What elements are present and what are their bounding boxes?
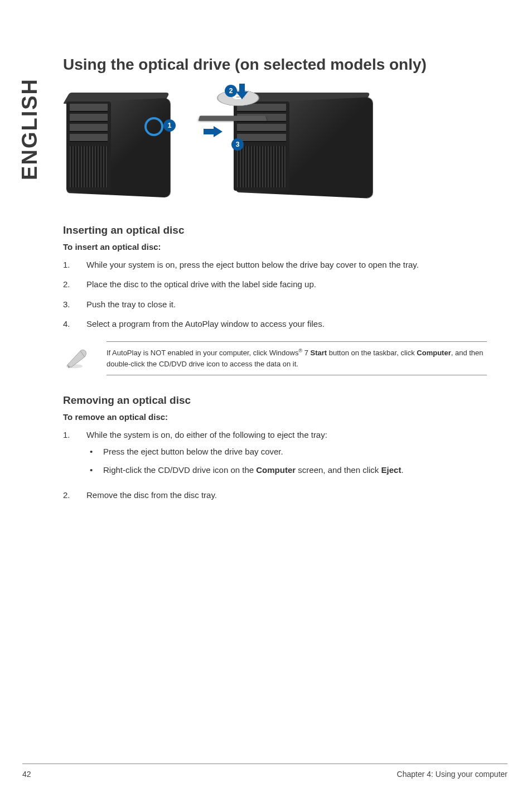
svg-marker-4	[204, 126, 223, 137]
list-item: 2.Remove the disc from the disc tray.	[63, 489, 487, 501]
remove-steps: 1. While the system is on, do either of …	[63, 428, 487, 501]
list-item: 1.While your system is on, press the eje…	[63, 258, 487, 271]
list-item: 3.Push the tray to close it.	[63, 298, 487, 311]
callout-3: 3	[231, 138, 244, 151]
callout-1: 1	[163, 119, 176, 132]
remove-proc-label: To remove an optical disc:	[63, 412, 487, 422]
bullet-item: •Right-click the CD/DVD drive icon on th…	[86, 463, 487, 476]
page-number: 42	[22, 770, 31, 779]
list-item: 1. While the system is on, do either of …	[63, 428, 487, 482]
figure-tower-left: 1	[63, 90, 175, 199]
arrow-down-icon	[236, 84, 248, 100]
insert-steps: 1.While your system is on, press the eje…	[63, 258, 487, 330]
list-item: 2.Place the disc to the optical drive wi…	[63, 278, 487, 291]
figure-row: 1	[63, 90, 487, 199]
chapter-label: Chapter 4: Using your computer	[397, 770, 507, 779]
eject-button-highlight-ring	[144, 117, 163, 136]
language-side-tab: ENGLISH	[18, 78, 42, 180]
insert-proc-label: To insert an optical disc:	[63, 242, 487, 252]
svg-marker-3	[236, 84, 248, 99]
list-item: 4.Select a program from the AutoPlay win…	[63, 317, 487, 330]
bullet-item: •Press the eject button below the drive …	[86, 445, 487, 458]
removing-heading: Removing an optical disc	[63, 394, 487, 407]
note-pen-icon	[63, 341, 91, 373]
figure-tower-right: 2 3	[214, 90, 381, 199]
callout-2: 2	[225, 85, 237, 97]
page-title: Using the optical drive (on selected mod…	[63, 56, 487, 74]
arrow-right-icon	[204, 126, 223, 137]
note-block: If AutoPlay is NOT enabled in your compu…	[63, 341, 487, 375]
inserting-heading: Inserting an optical disc	[63, 224, 487, 236]
note-text: If AutoPlay is NOT enabled in your compu…	[107, 341, 487, 375]
page-content: Using the optical drive (on selected mod…	[63, 56, 487, 513]
page-footer: 42 Chapter 4: Using your computer	[22, 764, 507, 779]
